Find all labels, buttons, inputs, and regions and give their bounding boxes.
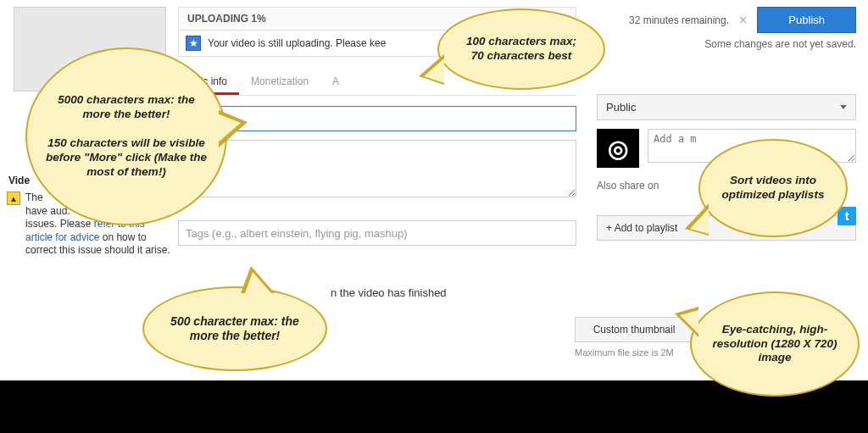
annotation-playlist: Sort videos into optimized playlists [698, 139, 848, 237]
star-icon: ★ [186, 36, 201, 51]
tab-monetization[interactable]: Monetization [239, 69, 320, 95]
avatar: ◎ [597, 129, 639, 168]
publish-button[interactable]: Publish [757, 7, 856, 33]
description-input[interactable] [178, 140, 576, 197]
save-status: Some changes are not yet saved. [597, 38, 856, 50]
twitter-icon[interactable]: t [837, 207, 856, 225]
annotation-tags: 500 character max: the more the better! [142, 286, 327, 371]
annotation-title: 100 characters max; 70 characters best [437, 8, 605, 90]
tags-input[interactable] [178, 220, 576, 246]
privacy-dropdown[interactable]: Public [597, 94, 856, 120]
warning-icon: ▲ [7, 192, 20, 205]
tab-advanced[interactable]: A [320, 69, 351, 95]
close-icon[interactable]: × [739, 13, 747, 28]
upload-info-text: Your video is still uploading. Please ke… [208, 37, 386, 49]
privacy-value: Public [606, 101, 636, 114]
time-remaining: 32 minutes remaining. [629, 14, 729, 26]
chevron-down-icon [840, 105, 847, 109]
annotation-thumbnail: Eye-catching, high-resolution (1280 X 72… [690, 291, 860, 397]
annotation-description: 5000 characters max: the more the better… [25, 47, 227, 225]
